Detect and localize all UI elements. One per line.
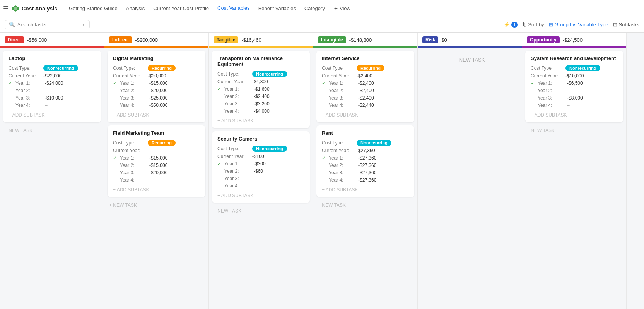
year-row-2: Year 2:-$2,400 bbox=[322, 88, 409, 93]
card-opportunity-0: System Research and DevelopmentCost Type… bbox=[525, 51, 623, 122]
year-label-3: Year 3: bbox=[15, 95, 45, 101]
year-row-2: Year 2:-$60 bbox=[217, 168, 304, 174]
chevron-down-icon: ▼ bbox=[82, 22, 85, 27]
card-title: Digital Marketing bbox=[113, 55, 200, 61]
search-input[interactable] bbox=[17, 22, 79, 27]
tab-view[interactable]: + View bbox=[330, 2, 354, 15]
col-total-opportunity: -$24,500 bbox=[563, 37, 583, 43]
add-subtask-btn[interactable]: + ADD SUBTASK bbox=[113, 110, 200, 118]
column-body-risk: + NEW TASK bbox=[418, 48, 522, 309]
year-value-4: -$4,000 bbox=[254, 108, 270, 114]
group-icon: ⊞ bbox=[549, 22, 553, 27]
add-subtask-btn[interactable]: + ADD SUBTASK bbox=[322, 110, 409, 118]
year-row-2: Year 2:-$27,360 bbox=[322, 163, 409, 168]
year-label-3: Year 3: bbox=[329, 95, 358, 101]
card-direct-0: LaptopCost Type:NonrecurringCurrent Year… bbox=[3, 51, 101, 122]
sort-label: Sort by bbox=[528, 22, 544, 27]
add-subtask-btn[interactable]: + ADD SUBTASK bbox=[322, 185, 409, 192]
add-subtask-btn[interactable]: + ADD SUBTASK bbox=[217, 191, 304, 198]
sort-button[interactable]: ⇅ Sort by bbox=[522, 22, 544, 27]
year-label-1: Year 1: bbox=[15, 81, 45, 86]
filter-badge[interactable]: ⚡ 1 bbox=[504, 22, 518, 28]
current-year-label: Current Year: bbox=[9, 73, 43, 79]
year-row-2: Year 2:-$15,000 bbox=[113, 163, 200, 168]
badge-direct: Direct bbox=[5, 36, 24, 43]
tab-current-year[interactable]: Current Year Cost Profile bbox=[149, 2, 213, 15]
badge-opportunity: Opportunity bbox=[527, 36, 560, 43]
card-tangible-0: Transporation Maintenance EquipmentCost … bbox=[212, 51, 310, 128]
year-value-3: -$8,000 bbox=[567, 95, 583, 101]
cost-type-badge: Nonrecurring bbox=[252, 146, 287, 152]
cost-type-row: Cost Type:Nonrecurring bbox=[217, 146, 304, 152]
tab-benefit-variables[interactable]: Benefit Variables bbox=[255, 2, 300, 15]
col-total-direct: -$56,000 bbox=[27, 37, 47, 43]
column-direct: Direct-$56,000LaptopCost Type:Nonrecurri… bbox=[0, 33, 104, 309]
new-task-btn-intangible[interactable]: + NEW TASK bbox=[316, 200, 414, 210]
current-year-row: Current Year:-$100 bbox=[217, 154, 304, 159]
add-subtask-btn[interactable]: + ADD SUBTASK bbox=[113, 185, 200, 192]
year-value-4: – bbox=[45, 103, 48, 108]
year-label-4: Year 4: bbox=[224, 108, 254, 114]
year-label-4: Year 4: bbox=[329, 103, 358, 108]
year-label-4: Year 4: bbox=[329, 177, 358, 183]
year-label-1: Year 1: bbox=[538, 81, 567, 86]
card-indirect-1: Field Marketing TeamCost Type:RecurringC… bbox=[108, 125, 205, 197]
check-icon: ✓ bbox=[113, 155, 118, 161]
cost-type-label: Cost Type: bbox=[217, 146, 252, 151]
year-label-2: Year 2: bbox=[120, 88, 149, 93]
new-task-btn-tangible[interactable]: + NEW TASK bbox=[212, 206, 310, 216]
check-icon: ✓ bbox=[113, 81, 118, 86]
year-label-1: Year 1: bbox=[120, 155, 149, 161]
current-year-label: Current Year: bbox=[531, 73, 565, 79]
new-task-btn-direct[interactable]: + NEW TASK bbox=[3, 125, 101, 136]
menu-icon[interactable]: ☰ bbox=[3, 5, 9, 12]
year-label-3: Year 3: bbox=[224, 176, 254, 181]
cost-type-badge: Recurring bbox=[148, 65, 176, 71]
year-row-3: Year 3:– bbox=[217, 176, 304, 181]
col-total-risk: $0 bbox=[441, 37, 447, 43]
add-subtask-btn[interactable]: + ADD SUBTASK bbox=[9, 110, 96, 118]
year-label-1: Year 1: bbox=[120, 81, 149, 86]
current-year-label: Current Year: bbox=[322, 73, 357, 79]
group-button[interactable]: ⊞ Group by: Variable Type bbox=[549, 22, 608, 27]
view-label: View bbox=[340, 5, 350, 11]
cost-type-row: Cost Type:Recurring bbox=[113, 65, 200, 71]
year-label-3: Year 3: bbox=[538, 95, 567, 101]
cost-type-row: Cost Type:Nonrecurring bbox=[531, 65, 618, 71]
check-icon: ✓ bbox=[9, 81, 14, 86]
plus-icon: + bbox=[334, 5, 338, 12]
tab-category[interactable]: Category bbox=[301, 2, 329, 15]
year-value-1: -$24,000 bbox=[45, 81, 63, 86]
tab-getting-started[interactable]: Getting Started Guide bbox=[65, 2, 121, 15]
current-year-row: Current Year:-$27,360 bbox=[322, 148, 409, 153]
add-subtask-btn[interactable]: + ADD SUBTASK bbox=[217, 116, 304, 124]
tab-analysis[interactable]: Analysis bbox=[122, 2, 149, 15]
card-intangible-1: RentCost Type:NonrecurringCurrent Year:-… bbox=[316, 125, 414, 197]
year-label-3: Year 3: bbox=[329, 170, 358, 175]
new-task-btn-indirect[interactable]: + NEW TASK bbox=[108, 200, 205, 210]
cost-type-row: Cost Type:Recurring bbox=[113, 140, 200, 146]
year-row-3: Year 3:-$20,000 bbox=[113, 170, 200, 175]
year-row-4: Year 4:-$27,360 bbox=[322, 177, 409, 183]
current-year-value: -$2,400 bbox=[357, 73, 372, 79]
subtasks-button[interactable]: ⊡ Subtasks bbox=[613, 22, 639, 27]
column-header-risk: Risk$0 bbox=[418, 33, 522, 48]
badge-tangible: Tangible bbox=[214, 36, 238, 43]
cost-type-badge: Recurring bbox=[357, 65, 384, 71]
year-label-1: Year 1: bbox=[224, 86, 254, 92]
column-tangible: Tangible-$16,460Transporation Maintenanc… bbox=[209, 33, 313, 309]
check-icon: ✓ bbox=[217, 161, 223, 167]
year-value-4: -$2,440 bbox=[358, 103, 374, 108]
add-subtask-btn[interactable]: + ADD SUBTASK bbox=[531, 110, 618, 118]
year-label-4: Year 4: bbox=[15, 103, 45, 108]
search-icon: 🔍 bbox=[9, 22, 15, 27]
year-row-4: Year 4:– bbox=[217, 183, 304, 189]
tab-cost-variables[interactable]: Cost Variables bbox=[214, 2, 254, 15]
cost-type-row: Cost Type:Nonrecurring bbox=[9, 65, 96, 71]
col-total-tangible: -$16,460 bbox=[241, 37, 261, 43]
new-task-center-risk[interactable]: + NEW TASK bbox=[421, 51, 519, 69]
new-task-btn-opportunity[interactable]: + NEW TASK bbox=[525, 125, 623, 136]
card-title: Security Camera bbox=[217, 136, 304, 142]
search-box[interactable]: 🔍 ▼ bbox=[5, 20, 90, 29]
column-body-direct: LaptopCost Type:NonrecurringCurrent Year… bbox=[0, 48, 104, 309]
